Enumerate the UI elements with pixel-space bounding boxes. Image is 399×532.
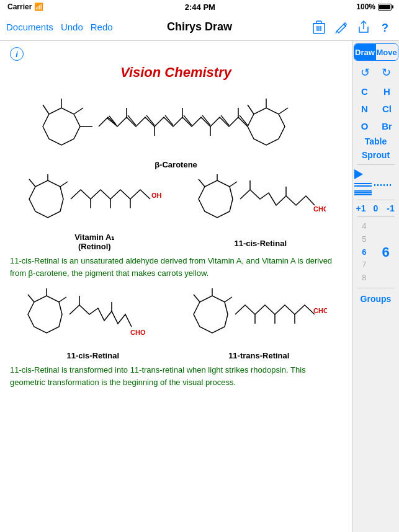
bromine-button[interactable]: Br <box>377 118 397 134</box>
minus-charge-button[interactable]: -1 <box>384 203 398 213</box>
hydrogen-button[interactable]: H <box>377 83 397 99</box>
description-1: 11-cis-Retinal is an unsaturated aldehyd… <box>10 255 342 279</box>
nitrogen-button[interactable]: N <box>355 100 375 117</box>
chlorine-button[interactable]: Cl <box>377 100 397 117</box>
beta-carotene-molecule: β-Carotene <box>10 89 342 169</box>
svg-line-21 <box>248 105 254 114</box>
cis-retinal-2-svg: CHO <box>25 286 161 348</box>
share-icon[interactable] <box>357 20 370 34</box>
move-button[interactable]: Move <box>376 44 398 60</box>
num-7[interactable]: 7 <box>362 259 366 272</box>
svg-text:CHO: CHO <box>130 329 146 336</box>
toolbar-divider-1 <box>357 164 395 165</box>
documents-button[interactable]: Documents <box>6 22 53 32</box>
vitamin-a1-item: OH Vitamin A₁ (Retinol) <box>26 174 163 251</box>
triple-bond-row <box>354 190 398 195</box>
dashed-bond-button[interactable] <box>374 184 392 186</box>
num-8[interactable]: 8 <box>362 272 366 285</box>
help-icon[interactable]: ? <box>379 20 393 34</box>
svg-text:OH: OH <box>151 192 162 199</box>
nav-bar: Documents Undo Redo Chirys Draw <box>0 14 399 41</box>
status-left: Carrier 📶 <box>7 2 43 11</box>
svg-line-43 <box>230 182 237 187</box>
cis-retinal-label-2: 11-cis-Retinal <box>66 351 119 360</box>
redo-icon-button[interactable]: ↻ <box>377 64 396 81</box>
svg-line-48 <box>28 295 34 302</box>
cis-retinal-item-2: CHO 11-cis-Retinal <box>25 286 161 360</box>
plus-charge-button[interactable]: +1 <box>354 203 368 213</box>
svg-line-23 <box>279 108 288 114</box>
redo-button[interactable]: Redo <box>91 22 113 32</box>
description-2: 11-cis-Retinal is transformed into 11-tr… <box>10 364 342 388</box>
triple-bond-button[interactable] <box>354 190 372 195</box>
svg-line-11 <box>74 108 83 114</box>
beta-carotene-svg <box>24 89 328 157</box>
cis-retinal-label-1: 11-cis-Retinal <box>234 239 287 248</box>
toolbar-divider-3 <box>357 216 395 217</box>
svg-line-41 <box>199 179 205 187</box>
groups-button[interactable]: Groups <box>361 294 392 304</box>
info-button[interactable]: i <box>10 47 24 61</box>
trans-retinal-item: CHO 11-trans-Retinal <box>191 286 327 360</box>
battery-icon <box>378 4 392 11</box>
num-6[interactable]: 6 <box>362 246 366 259</box>
obr-row: O Br <box>354 118 398 134</box>
undo-redo-row: ↺ ↻ <box>356 64 396 81</box>
svg-line-33 <box>29 179 35 187</box>
arrow-bond-icon <box>354 169 363 179</box>
content-area: i Vision Chemistry <box>0 41 352 532</box>
active-number-display: 6 <box>382 244 390 260</box>
svg-line-35 <box>60 182 68 187</box>
beta-carotene-label: β-Carotene <box>155 160 197 169</box>
wifi-icon: 📶 <box>34 2 43 11</box>
nav-right: ? <box>312 20 393 34</box>
ch-row: C H <box>354 83 398 99</box>
svg-rect-2 <box>316 21 321 24</box>
number-selector: 4 5 6 7 8 6 <box>354 220 398 285</box>
status-bar: Carrier 📶 2:44 PM 100% <box>0 0 399 14</box>
draw-button[interactable]: Draw <box>354 44 376 60</box>
charge-row: +1 0 -1 <box>354 203 398 213</box>
table-button[interactable]: Table <box>365 135 387 148</box>
cis-retinal-svg: CHO <box>195 174 326 236</box>
double-bond-button[interactable] <box>354 183 372 187</box>
oxygen-button[interactable]: O <box>355 118 375 134</box>
svg-text:CHO: CHO <box>313 307 327 314</box>
vitamin-a1-svg: OH <box>26 174 163 230</box>
number-column-left: 4 5 6 7 8 <box>362 220 366 285</box>
svg-line-57 <box>225 297 232 302</box>
zero-charge-button[interactable]: 0 <box>369 203 383 213</box>
cis-retinal-item: CHO 11-cis-Retinal <box>195 174 326 251</box>
vitamin-a1-label: Vitamin A₁ (Retinol) <box>74 233 114 251</box>
num-5[interactable]: 5 <box>362 233 366 246</box>
page-title: Vision Chemistry <box>10 64 342 81</box>
arrow-bond-row[interactable] <box>354 169 398 179</box>
svg-line-6 <box>336 31 337 33</box>
toolbar-divider-4 <box>357 288 395 288</box>
undo-button[interactable]: Undo <box>61 22 83 32</box>
undo-icon-button[interactable]: ↺ <box>356 64 375 81</box>
edit-icon[interactable] <box>334 20 348 34</box>
main-layout: i Vision Chemistry <box>0 41 399 532</box>
svg-line-50 <box>59 297 66 302</box>
ncl-row: N Cl <box>354 100 398 117</box>
battery-percent: 100% <box>356 2 375 11</box>
svg-text:?: ? <box>382 22 388 34</box>
molecule-pair-2: CHO 11-cis-Retinal <box>10 286 342 360</box>
status-right: 100% <box>356 2 392 11</box>
status-time: 2:44 PM <box>185 2 215 12</box>
num-4[interactable]: 4 <box>362 220 366 233</box>
carbon-button[interactable]: C <box>355 83 375 99</box>
trash-icon[interactable] <box>312 20 326 34</box>
app-title: Chirys Draw <box>167 20 232 33</box>
svg-text:CHO: CHO <box>313 205 326 213</box>
trans-retinal-svg: CHO <box>191 286 327 348</box>
molecule-pair-1: OH Vitamin A₁ (Retinol) <box>10 174 342 251</box>
solid-dashed-row <box>354 183 398 187</box>
draw-move-toggle[interactable]: Draw Move <box>354 43 398 61</box>
toolbar: Draw Move ↺ ↻ C H N Cl O Br Table Sprout <box>352 41 399 532</box>
sprout-button[interactable]: Sprout <box>362 149 390 161</box>
svg-line-9 <box>43 105 49 114</box>
carrier-label: Carrier <box>7 2 32 11</box>
nav-left: Documents Undo Redo <box>6 22 113 32</box>
